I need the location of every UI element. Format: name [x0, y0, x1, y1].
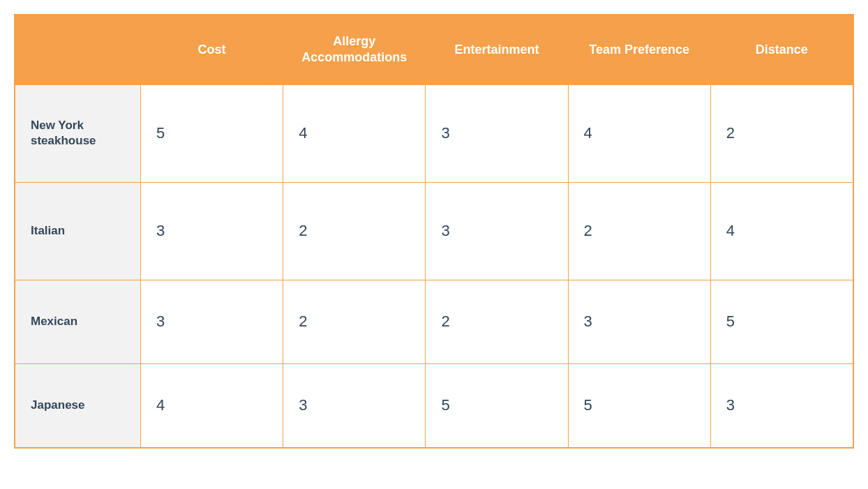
row-label-ny-steakhouse: New York steakhouse	[15, 84, 141, 182]
cell-value: 2	[710, 84, 853, 182]
cell-value: 5	[426, 363, 568, 447]
decision-matrix-table: Cost Allergy Accommodations Entertainmen…	[14, 14, 854, 449]
table-row: Mexican 3 2 2 3 5	[15, 280, 853, 363]
row-label-japanese: Japanese	[15, 363, 141, 447]
cell-value: 3	[426, 182, 568, 280]
table-row: Japanese 4 3 5 5 3	[15, 363, 853, 447]
cell-value: 5	[568, 363, 710, 447]
cell-value: 3	[141, 280, 283, 363]
cell-value: 2	[426, 280, 568, 363]
table: Cost Allergy Accommodations Entertainmen…	[15, 15, 853, 448]
row-label-italian: Italian	[15, 182, 141, 280]
column-header-distance: Distance	[710, 15, 853, 85]
cell-value: 4	[568, 84, 710, 182]
column-header-entertainment: Entertainment	[426, 15, 568, 85]
column-header-cost: Cost	[141, 15, 283, 85]
table-row: Italian 3 2 3 2 4	[15, 182, 853, 280]
cell-value: 3	[141, 182, 283, 280]
cell-value: 3	[283, 363, 426, 447]
cell-value: 3	[568, 280, 710, 363]
cell-value: 5	[710, 280, 853, 363]
cell-value: 3	[426, 84, 568, 182]
cell-value: 5	[141, 84, 283, 182]
cell-value: 2	[283, 280, 426, 363]
cell-value: 2	[568, 182, 710, 280]
table-row: New York steakhouse 5 4 3 4 2	[15, 84, 853, 182]
column-header-team-preference: Team Preference	[568, 15, 710, 85]
table-corner-cell	[15, 15, 141, 85]
cell-value: 3	[710, 363, 853, 447]
cell-value: 2	[283, 182, 426, 280]
column-header-allergy: Allergy Accommodations	[283, 15, 426, 85]
cell-value: 4	[141, 363, 283, 447]
table-header-row: Cost Allergy Accommodations Entertainmen…	[15, 15, 853, 85]
cell-value: 4	[710, 182, 853, 280]
cell-value: 4	[283, 84, 426, 182]
row-label-mexican: Mexican	[15, 280, 141, 363]
